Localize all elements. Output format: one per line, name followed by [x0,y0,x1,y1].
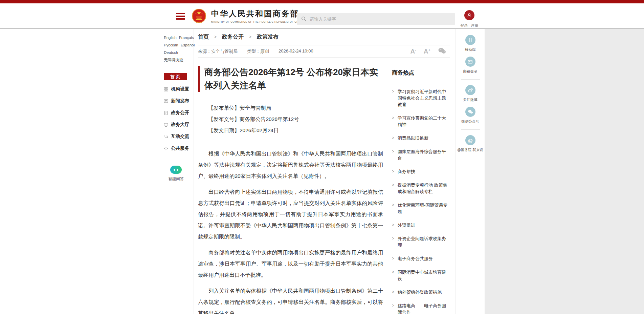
left-whitespace [0,29,159,314]
breadcrumb: 首页 政务公开 政策发布 [198,29,450,45]
hot-topic-link[interactable]: 学习贯彻习近平新时代中国特色社会主义思想主题教育 [392,88,450,108]
sidebar-item-service-hall[interactable]: 政务大厅 [164,122,191,128]
chevron-right-icon [392,269,394,282]
lang-english[interactable]: English [164,35,177,41]
article: 商务部公告2026年第12号 公布将20家日本实体列入关注名单 【发布单位】安全… [198,58,383,314]
toolbar-wechat[interactable]: 微信公众号 [456,107,485,124]
lang-spanish[interactable]: Español [181,42,195,48]
hot-topic-link[interactable]: 外贸促进 [392,222,450,228]
toolbar-state-council[interactable]: @ @国务院 我来说 [456,135,485,152]
toolbar-mobile[interactable]: 移动端 [456,35,485,52]
article-source: 来源：安全与管制局 [198,48,238,55]
toolbar-divider [461,79,480,80]
sidebar-item-label: 公共服务 [171,145,189,151]
font-increase-button[interactable]: A+ [424,48,430,55]
sidebar-item-public-service[interactable]: 公共服务 [164,145,191,151]
lang-russian[interactable]: Русский [164,42,178,48]
wechat-share-icon[interactable] [438,47,446,56]
national-emblem-icon [192,8,206,23]
chevron-right-icon [392,182,394,195]
login-link[interactable]: 登录 [461,23,468,28]
sidebar-item-news[interactable]: 新闻发布 [164,98,191,104]
article-meta-row: 来源：安全与管制局 类型：原创 2026-02-24 10:00 A- A+ [198,45,450,58]
breadcrumb-gov-affairs[interactable]: 政务公开 [222,34,244,41]
toolbar-email-login[interactable]: 邮箱登录 [456,57,485,74]
chevron-right-icon [392,168,394,175]
hot-topic-link[interactable]: 国际消费中心城市培育建设 [392,269,450,282]
breadcrumb-policy-release[interactable]: 政策发布 [257,34,279,41]
chevron-right-icon [392,255,394,262]
sidebar-item-home[interactable]: 首 页 [164,73,187,80]
right-toolbar: 移动端 邮箱登录 关注微博 微信公众号 @ @国务院 我来说 [456,29,485,314]
content-area: 商务部公告2026年第12号 公布将20家日本实体列入关注名单 【发布单位】安全… [198,58,450,314]
hot-topic-link[interactable]: 外资企业问题诉求收集办理 [392,235,450,248]
page-container: English Français Русский Español Deutsch… [0,29,485,314]
sidebar-item-label: 机构设置 [171,86,189,92]
sidebar-item-label: 新闻发布 [171,98,189,104]
lang-french[interactable]: Français [179,35,194,41]
monitor-icon [164,123,168,127]
paragraph: 列入关注名单的实体根据《中华人民共和国两用物项出口管制条例》第二十六条规定，履行… [198,285,383,314]
user-avatar-icon[interactable] [464,10,474,20]
wechat-icon [465,107,475,117]
hot-topic-link[interactable]: 国家层面海外综合服务平台 [392,148,450,161]
register-link[interactable]: 注册 [471,23,479,28]
sidebar-item-org[interactable]: 机构设置 [164,86,191,92]
hot-topics-title: 商务热点 [392,69,450,81]
chat-bubbles-icon [164,134,168,139]
title-accent-bar [198,66,200,92]
mobile-phone-icon [465,35,475,45]
publish-unit: 【发布单位】安全与管制局 [208,102,383,113]
site-subtitle: MINISTRY OF COMMERCE OF THE PEOPLE'S REP… [211,20,304,23]
language-switcher: English Français Русский Español Deutsch… [164,35,191,63]
hot-topic-link[interactable]: 消费品以旧换新 [392,135,450,141]
hot-topic-link[interactable]: 商务帮扶 [392,168,450,175]
main-column: 首页 政务公开 政策发布 来源：安全与管制局 类型：原创 2026-02-24 … [194,29,456,314]
smart-qa-label: 智能问答 [164,176,188,182]
at-icon: @ [465,135,475,145]
chevron-right-icon [392,88,394,108]
sidebar-item-interaction[interactable]: 互动交流 [164,133,191,140]
document-icon [164,111,168,115]
search-input[interactable] [297,13,455,25]
lang-german[interactable]: Deutsch [164,49,178,56]
chevron-right-icon [392,115,394,128]
paragraph: 商务部将对关注名单中实体的两用物项出口实施更严格的最终用户和最终用途审查，涉日本… [198,247,383,280]
sidebar-item-gov-affairs[interactable]: 政务公开 [164,110,191,116]
login-area: 登录 注册 [459,10,480,28]
chevron-right-icon [392,302,394,314]
chevron-right-icon [392,289,394,295]
site-title: 中华人民共和国商务部 [211,8,304,19]
hot-topic-link[interactable]: 丝路电商——电子商务国际合作 [392,302,450,314]
site-logo[interactable]: 中华人民共和国商务部 MINISTRY OF COMMERCE OF THE P… [192,8,304,23]
logo-text: 中华人民共和国商务部 MINISTRY OF COMMERCE OF THE P… [211,8,304,23]
hot-topic-link[interactable]: 稳外贸稳外资政策措施 [392,289,450,295]
hot-topic-link[interactable]: 提振消费专项行动 政策集成和综合解读专栏 [392,182,450,195]
font-decrease-button[interactable]: A- [410,48,416,55]
paragraph: 根据《中华人民共和国出口管制法》和《中华人民共和国两用物项出口管制条例》等法律法… [198,148,383,182]
hot-topic-link[interactable]: 学习宣传贯彻党的二十大精神 [392,115,450,128]
breadcrumb-home[interactable]: 首页 [198,34,209,41]
smart-qa-widget[interactable]: 智能问答 [164,166,188,182]
breadcrumb-separator-icon [214,35,217,39]
article-info-block: 【发布单位】安全与管制局 【发布文号】商务部公告2026年第12号 【发文日期】… [198,102,383,136]
sidebar-item-label: 互动交流 [171,133,189,140]
publish-date: 【发文日期】2026年02月24日 [208,125,383,136]
left-sidebar: English Français Русский Español Deutsch… [159,29,194,314]
hot-topic-link[interactable]: 电子商务公共服务 [392,255,450,262]
site-header: 中华人民共和国商务部 MINISTRY OF COMMERCE OF THE P… [0,3,644,29]
envelope-icon [465,57,475,67]
article-datetime: 2026-02-24 10:00 [279,48,313,55]
hot-topics-sidebar: 商务热点 学习贯彻习近平新时代中国特色社会主义思想主题教育 学习宣传贯彻党的二十… [392,58,450,314]
chevron-right-icon [392,222,394,228]
accessibility-link[interactable]: 无障碍浏览 [164,57,183,63]
chevron-right-icon [392,135,394,141]
chevron-right-icon [392,235,394,248]
hamburger-menu-icon[interactable] [176,13,185,21]
paragraph: 出口经营者向上述实体出口两用物项，不得申请通用许可或者以登记填报信息方式获得出口… [198,186,383,242]
breadcrumb-separator-icon [249,35,251,39]
sidebar-item-label: 政务公开 [171,110,189,116]
toolbar-weibo[interactable]: 关注微博 [456,85,485,102]
page-title: 商务部公告2026年第12号 公布将20家日本实体列入关注名单 [204,66,383,92]
hot-topic-link[interactable]: 优化营商环境-国际贸易专题 [392,202,450,215]
